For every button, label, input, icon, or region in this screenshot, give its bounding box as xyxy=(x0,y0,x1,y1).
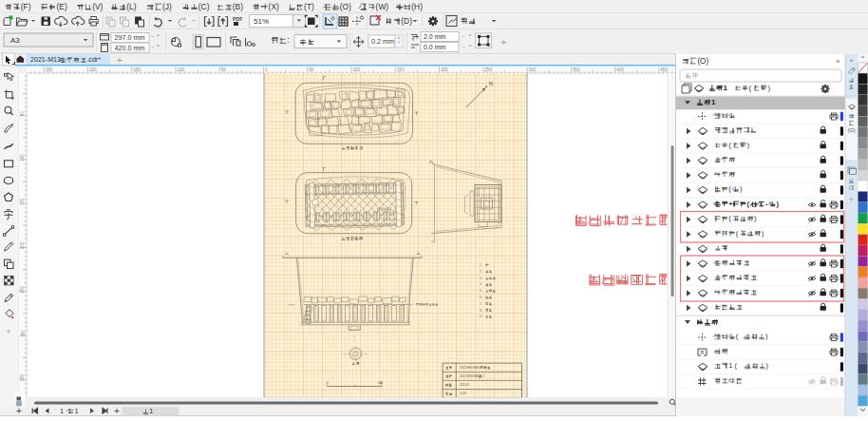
svg-text:^: ^ xyxy=(469,33,472,39)
svg-text:»: » xyxy=(836,57,840,66)
svg-text:6.: 6. xyxy=(480,296,482,299)
svg-text::: : xyxy=(287,35,289,45)
svg-text:+: + xyxy=(117,55,123,66)
svg-text:+: + xyxy=(500,36,506,48)
svg-text:1 (: 1 ( xyxy=(728,361,737,370)
svg-text:3.: 3. xyxy=(480,277,482,280)
svg-text:300: 300 xyxy=(529,67,537,72)
svg-text:.cdr*: .cdr* xyxy=(86,56,101,64)
svg-text:51%: 51% xyxy=(254,17,269,26)
svg-text:1: 1 xyxy=(60,407,64,415)
svg-text:4.: 4. xyxy=(480,282,482,286)
svg-text:100: 100 xyxy=(21,154,26,162)
svg-text:1:20: 1:20 xyxy=(460,392,466,395)
svg-text:400: 400 xyxy=(616,67,624,72)
svg-text:9.: 9. xyxy=(480,315,482,318)
svg-text:100: 100 xyxy=(178,67,185,72)
svg-text:+: + xyxy=(849,195,854,204)
svg-text:0.0 mm: 0.0 mm xyxy=(424,44,446,50)
svg-text:N: N xyxy=(489,80,494,86)
svg-text:-: - xyxy=(152,44,154,49)
svg-text:(J): (J) xyxy=(162,2,172,11)
svg-text:350: 350 xyxy=(21,373,26,381)
svg-text:): ) xyxy=(768,84,771,92)
svg-text:2021HSGM13: 2021HSGM13 xyxy=(460,374,481,378)
svg-text:1: 1 xyxy=(724,84,728,92)
svg-text:(E): (E) xyxy=(57,2,67,11)
svg-text:×: × xyxy=(849,56,854,65)
svg-text:420.0 mm: 420.0 mm xyxy=(115,44,145,52)
svg-text:(O): (O) xyxy=(697,57,708,66)
svg-text:+: + xyxy=(728,200,733,208)
svg-text:+: + xyxy=(114,406,120,416)
svg-text:^: ^ xyxy=(157,33,160,39)
svg-text:(B): (B) xyxy=(233,2,243,11)
svg-text:1.: 1. xyxy=(480,263,482,267)
svg-text:250: 250 xyxy=(46,67,53,72)
svg-text:300: 300 xyxy=(21,330,26,337)
svg-text:-: - xyxy=(462,33,464,39)
svg-text:(: ( xyxy=(749,84,752,92)
svg-text:5.: 5. xyxy=(480,289,482,293)
svg-text:(W): (W) xyxy=(376,2,389,11)
svg-text:^: ^ xyxy=(469,44,472,49)
svg-text:297.0 mm: 297.0 mm xyxy=(115,33,145,42)
svg-text:50: 50 xyxy=(221,67,227,72)
svg-text:220.8°: 220.8° xyxy=(460,383,470,387)
svg-text:0.2 mm: 0.2 mm xyxy=(371,37,394,46)
svg-text:^: ^ xyxy=(157,44,160,49)
svg-text:200: 200 xyxy=(441,67,448,72)
svg-text:50: 50 xyxy=(21,111,26,117)
svg-text::2: :2 xyxy=(481,374,484,378)
svg-text:(X): (X) xyxy=(269,2,279,11)
svg-text:1: 1 xyxy=(75,407,79,415)
svg-text:2021-M13: 2021-M13 xyxy=(30,56,61,64)
svg-text:(O): (O) xyxy=(848,127,856,133)
svg-text:-: - xyxy=(462,44,464,49)
svg-text:350: 350 xyxy=(573,67,580,72)
svg-text:(V): (V) xyxy=(92,2,103,11)
svg-text:(L): (L) xyxy=(126,2,136,11)
svg-text:(H): (H) xyxy=(411,2,423,11)
svg-text:2.0 mm: 2.0 mm xyxy=(424,33,446,40)
svg-text:250: 250 xyxy=(21,285,26,293)
svg-text:A3: A3 xyxy=(10,36,20,45)
svg-text:8.: 8. xyxy=(480,309,482,313)
svg-text:250: 250 xyxy=(484,67,492,72)
svg-text:150: 150 xyxy=(21,198,26,205)
svg-text:(T): (T) xyxy=(304,2,314,11)
svg-text:200: 200 xyxy=(89,67,97,72)
svg-text:+: + xyxy=(6,326,11,336)
svg-text:(C): (C) xyxy=(198,2,210,11)
svg-text:(F): (F) xyxy=(21,2,31,11)
svg-text:(D): (D) xyxy=(401,16,412,26)
svg-text:0: 0 xyxy=(265,67,268,72)
svg-text:1: 1 xyxy=(149,407,153,415)
svg-text:150: 150 xyxy=(133,67,141,72)
svg-text:150: 150 xyxy=(397,67,405,72)
svg-text:2.: 2. xyxy=(480,270,482,274)
svg-text:7.: 7. xyxy=(480,302,482,306)
svg-text:450: 450 xyxy=(660,67,668,72)
svg-text:100: 100 xyxy=(353,67,361,72)
svg-text:+: + xyxy=(16,406,22,416)
svg-text:1: 1 xyxy=(711,98,716,106)
svg-text:-: - xyxy=(152,33,154,39)
svg-text:2021HSGM13-: 2021HSGM13- xyxy=(460,366,483,370)
svg-text:50: 50 xyxy=(309,67,314,72)
svg-text:PDF: PDF xyxy=(233,16,242,22)
svg-text:(O): (O) xyxy=(340,2,351,11)
svg-text:200: 200 xyxy=(21,241,26,249)
